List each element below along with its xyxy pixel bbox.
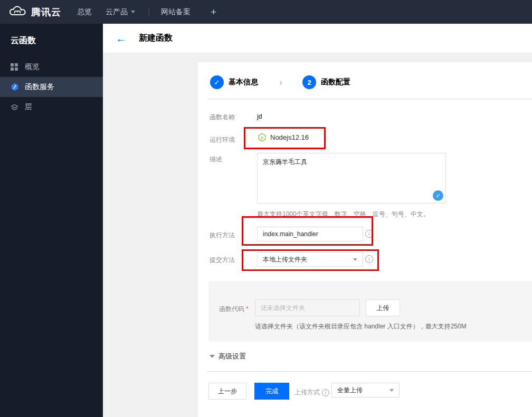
sidebar-item-label: 层 <box>25 102 32 112</box>
upload-mode-value: 全量上传 <box>337 386 363 395</box>
topnav-separator <box>149 7 149 17</box>
sidebar: 云函数 概览 函数服务 层 <box>0 24 103 417</box>
submit-method-info-icon[interactable]: i <box>365 255 373 263</box>
brand-name: 腾讯云 <box>31 6 61 18</box>
handler-info-icon[interactable]: i <box>365 230 373 238</box>
step-2-label: 函数配置 <box>321 77 350 87</box>
sidebar-item-layers[interactable]: 层 <box>0 97 103 117</box>
chevron-down-icon <box>131 11 135 13</box>
runtime-text: Nodejs12.16 <box>270 133 309 141</box>
svg-text:js: js <box>260 135 264 140</box>
submit-method-value: 本地上传文件夹 <box>263 255 307 264</box>
divider <box>207 371 532 372</box>
finish-button[interactable]: 完成 <box>254 383 289 400</box>
handler-label: 执行方法 <box>210 231 235 240</box>
description-help-text: 最大支持1000个英文字母、数字、空格、逗号、句号、中文。 <box>257 210 430 219</box>
required-asterisk: * <box>246 305 249 313</box>
description-textarea[interactable]: 京东薅羊毛工具 <box>257 153 446 203</box>
function-code-help-text: 请选择文件夹（该文件夹根目录应包含 handler 入口文件），最大支持250M <box>255 322 467 331</box>
topbar: 腾讯云 总览 云产品 网站备案 + <box>0 0 532 24</box>
sidebar-item-overview[interactable]: 概览 <box>0 57 103 77</box>
topnav-item-products[interactable]: 云产品 <box>106 7 135 17</box>
folder-path-input[interactable] <box>255 299 360 316</box>
submit-method-select[interactable]: 本地上传文件夹 <box>257 252 363 267</box>
topnav-item-icp[interactable]: 网站备案 <box>161 7 191 17</box>
topnav-item-overview[interactable]: 总览 <box>77 7 92 17</box>
sidebar-item-label: 概览 <box>25 62 40 72</box>
scf-hexagon-icon <box>11 83 20 91</box>
layers-icon <box>11 103 20 111</box>
description-label: 描述 <box>210 155 222 164</box>
nodejs-icon: js <box>258 133 267 142</box>
upload-mode-select[interactable]: 全量上传 <box>331 383 400 397</box>
submit-method-label: 提交方法 <box>210 256 235 265</box>
upload-mode-label-group: 上传方式 i <box>294 388 329 397</box>
valid-check-icon: ✓ <box>433 190 443 201</box>
previous-step-button[interactable]: 上一步 <box>208 383 246 400</box>
page-header: ← 新建函数 <box>103 24 532 53</box>
function-code-label: 函数代码* <box>219 305 249 314</box>
upload-mode-info-icon[interactable]: i <box>322 389 329 396</box>
grid-icon <box>11 63 20 71</box>
upload-button[interactable]: 上传 <box>366 299 400 316</box>
create-function-card: ✓ 基本信息 › 2 函数配置 函数名称 jd 运行环境 js Nodejs12… <box>198 62 532 417</box>
step-1-label: 基本信息 <box>229 77 258 87</box>
chevron-down-icon <box>390 389 394 392</box>
cloud-logo-icon <box>8 5 26 19</box>
runtime-label: 运行环境 <box>210 135 235 144</box>
sidebar-item-label: 函数服务 <box>25 82 54 92</box>
page-title: 新建函数 <box>139 33 173 44</box>
triangle-down-icon <box>210 355 215 358</box>
advanced-settings-toggle[interactable]: 高级设置 <box>210 352 246 361</box>
step-1-check-icon: ✓ <box>210 75 224 89</box>
advanced-settings-label: 高级设置 <box>218 352 246 361</box>
topnav: 总览 云产品 网站备案 + <box>77 6 216 18</box>
upload-mode-label: 上传方式 <box>294 388 320 397</box>
sidebar-title: 云函数 <box>0 24 103 57</box>
chevron-right-icon: › <box>279 77 282 88</box>
sidebar-item-function-service[interactable]: 函数服务 <box>0 77 103 97</box>
function-name-label: 函数名称 <box>210 113 235 122</box>
tencent-cloud-logo[interactable]: 腾讯云 <box>0 5 61 19</box>
step-indicator: ✓ 基本信息 › 2 函数配置 <box>210 75 350 89</box>
function-code-section: 函数代码* 上传 请选择文件夹（该文件夹根目录应包含 handler 入口文件）… <box>208 281 532 342</box>
handler-input[interactable] <box>257 227 363 241</box>
step-2-number: 2 <box>302 75 316 89</box>
chevron-down-icon <box>353 258 357 261</box>
add-tab-button[interactable]: + <box>211 6 216 18</box>
function-name-value: jd <box>257 113 262 120</box>
runtime-value: js Nodejs12.16 <box>258 133 309 142</box>
divider <box>207 99 532 99</box>
back-arrow-icon[interactable]: ← <box>116 33 126 44</box>
